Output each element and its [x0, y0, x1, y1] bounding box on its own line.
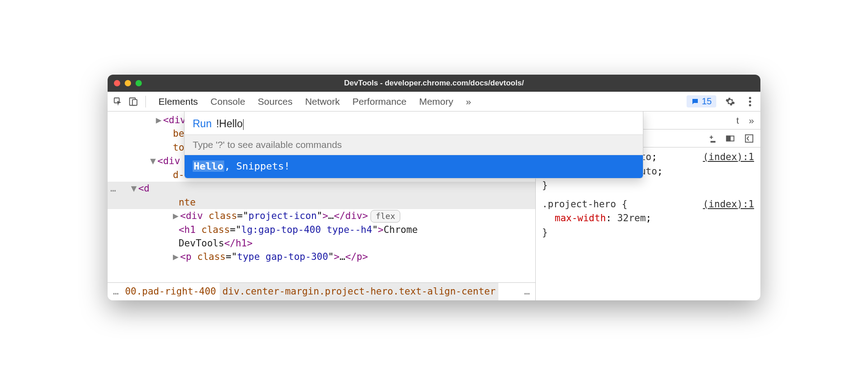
close-window-button[interactable] [114, 80, 120, 86]
breadcrumb-overflow-right[interactable]: … [521, 285, 533, 298]
match-highlight: Hello [193, 161, 224, 172]
dom-line[interactable]: ▶<p class="type gap-top-300">…</p> [108, 250, 535, 263]
tab-console[interactable]: Console [211, 96, 245, 107]
tab-memory[interactable]: Memory [419, 96, 453, 107]
sidebar-tab-overflow[interactable]: » [749, 115, 754, 126]
svg-point-3 [749, 97, 751, 99]
source-link[interactable]: (index):1 [703, 197, 754, 212]
kebab-menu-icon[interactable] [744, 96, 756, 107]
svg-point-4 [749, 100, 751, 103]
main-toolbar: Elements Console Sources Network Perform… [108, 92, 760, 112]
toggle-classes-icon[interactable] [725, 134, 735, 143]
settings-icon[interactable] [724, 96, 736, 107]
panel-tabs: Elements Console Sources Network Perform… [158, 96, 683, 107]
tab-network[interactable]: Network [305, 96, 340, 107]
titlebar: DevTools - developer.chrome.com/docs/dev… [108, 75, 760, 92]
source-link[interactable]: (index):1 [703, 150, 754, 165]
issues-badge[interactable]: 15 [687, 95, 716, 107]
text-caret [243, 119, 244, 130]
breadcrumb-overflow-left[interactable]: … [110, 285, 122, 298]
breadcrumb-item-selected[interactable]: div.center-margin.project-hero.text-alig… [220, 283, 498, 300]
computed-panel-icon[interactable] [744, 134, 754, 143]
zoom-window-button[interactable] [136, 80, 142, 86]
tab-sources[interactable]: Sources [258, 96, 293, 107]
sidebar-tab-partial[interactable]: t [736, 115, 739, 126]
new-style-rule-icon[interactable] [706, 134, 716, 143]
svg-rect-11 [746, 134, 753, 142]
dom-line-selected[interactable]: nte [108, 196, 535, 209]
breadcrumbs[interactable]: … 00.pad-right-400 div.center-margin.pro… [108, 282, 535, 300]
minimize-window-button[interactable] [125, 80, 131, 86]
command-input-row[interactable]: Run !Hello [185, 112, 643, 134]
issues-count: 15 [702, 96, 712, 107]
flex-badge[interactable]: flex [371, 210, 400, 223]
toolbar-divider [145, 96, 146, 107]
inspect-element-icon[interactable] [112, 96, 124, 107]
tab-performance[interactable]: Performance [353, 96, 407, 107]
dom-line-selected[interactable]: … ▼<d [108, 182, 535, 195]
svg-point-5 [749, 104, 751, 106]
dom-line[interactable]: ▶<div class="project-icon">…</div>flex [108, 209, 535, 223]
command-input[interactable]: !Hello [216, 118, 244, 130]
dom-line[interactable]: DevTools</h1> [108, 237, 535, 250]
toolbar-right: 15 [687, 95, 756, 107]
window-title: DevTools - developer.chrome.com/docs/dev… [108, 79, 760, 88]
command-hint: Type '?' to see available commands [185, 134, 643, 155]
svg-rect-8 [710, 141, 715, 143]
command-result-item[interactable]: Hello, Snippets! [185, 155, 643, 178]
svg-rect-10 [727, 136, 730, 141]
svg-rect-2 [132, 99, 137, 105]
tab-elements[interactable]: Elements [158, 96, 198, 107]
devtools-window: DevTools - developer.chrome.com/docs/dev… [108, 75, 760, 300]
tab-overflow[interactable]: » [466, 96, 471, 107]
device-toolbar-icon[interactable] [127, 96, 139, 107]
command-menu[interactable]: Run !Hello Type '?' to see available com… [184, 112, 643, 179]
content-area: ▶<div betw top- ▼<div d-ri … ▼<d nte ▶<d… [108, 112, 760, 300]
run-prefix-label: Run [193, 118, 212, 130]
window-controls [114, 80, 142, 86]
dom-line[interactable]: <h1 class="lg:gap-top-400 type--h4">Chro… [108, 223, 535, 237]
breadcrumb-item[interactable]: 00.pad-right-400 [125, 285, 216, 298]
